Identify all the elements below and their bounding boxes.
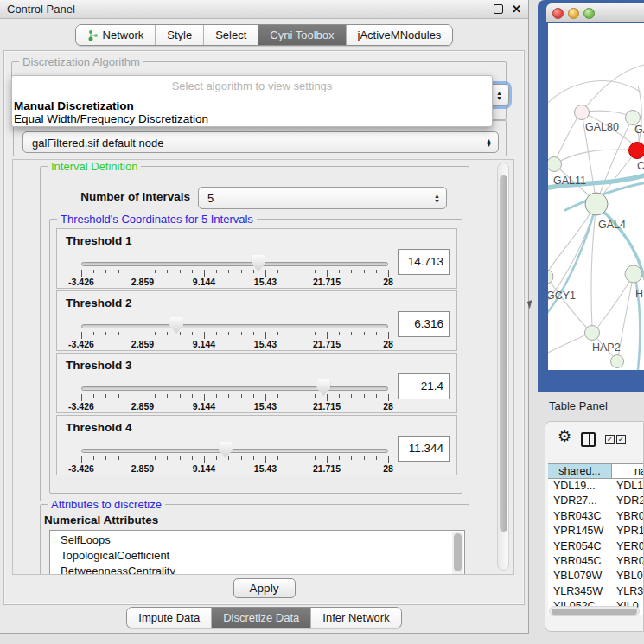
- tick-mark: [180, 270, 181, 273]
- threshold-value-field[interactable]: 11.344: [398, 436, 450, 462]
- tab-infer-network[interactable]: Infer Network: [311, 608, 400, 628]
- tick-mark: [253, 332, 254, 335]
- tab-style[interactable]: Style: [156, 25, 204, 45]
- horizontal-scrollbar[interactable]: [549, 606, 640, 616]
- network-node[interactable]: [625, 265, 642, 283]
- tick-mark: [315, 456, 316, 460]
- list-scrollbar[interactable]: [452, 532, 463, 575]
- list-item[interactable]: SelfLoops: [50, 532, 464, 548]
- threshold-value-field[interactable]: 21.4: [398, 373, 450, 399]
- tab-discretize-data[interactable]: Discretize Data: [212, 608, 311, 628]
- dropdown-option-manual-discretization[interactable]: Manual Discretization: [14, 99, 490, 112]
- zoom-traffic-light-icon[interactable]: [583, 8, 595, 19]
- threshold-panel-2: Threshold 2-3.4262.8599.14415.4321.71528…: [56, 290, 457, 351]
- column-layout-icon[interactable]: [581, 432, 596, 447]
- tick-mark: [105, 456, 106, 460]
- vertical-scrollbar-thumb[interactable]: [500, 175, 507, 532]
- network-icon: [87, 29, 99, 41]
- horizontal-scrollbar-thumb[interactable]: [552, 609, 637, 615]
- table-row[interactable]: YDR27...YDR2: [548, 494, 644, 508]
- tick-mark: [105, 394, 106, 398]
- network-node[interactable]: [626, 111, 641, 125]
- number-of-intervals-value: 5: [207, 192, 214, 205]
- tick-mark: [339, 456, 340, 460]
- dropdown-option-equal-width-frequency-discretization[interactable]: Equal Width/Frequency Discretization: [14, 112, 490, 125]
- threshold-slider-track[interactable]: [81, 262, 388, 266]
- node-table[interactable]: shared...na YDL19...YDL1YDR27...YDR2YBR0…: [548, 463, 644, 615]
- tick-mark: [167, 332, 168, 335]
- slider-ticks: [81, 332, 388, 340]
- tick-label: 15.43: [254, 463, 277, 474]
- tick-mark: [167, 270, 168, 273]
- tick-mark: [180, 394, 181, 398]
- threshold-value-field[interactable]: 6.316: [398, 311, 450, 337]
- threshold-slider-track[interactable]: [81, 386, 388, 391]
- tick-label: 9.144: [193, 463, 215, 474]
- table-row[interactable]: YBR043CYBR0: [548, 509, 644, 524]
- threshold-slider-handle[interactable]: [316, 379, 330, 396]
- network-edge: [554, 116, 578, 164]
- tick-label: 28: [383, 401, 393, 411]
- network-node[interactable]: [548, 157, 562, 172]
- network-node-label: GAL11: [553, 175, 586, 187]
- network-window-titlebar[interactable]: [546, 3, 644, 22]
- network-node[interactable]: [575, 105, 590, 120]
- list-item[interactable]: TopologicalCoefficient: [50, 548, 464, 564]
- checkbox-icon[interactable]: ✓: [605, 435, 615, 444]
- network-node[interactable]: [611, 355, 624, 368]
- table-row[interactable]: YDL19...YDL1: [548, 479, 644, 494]
- tick-mark: [265, 456, 266, 463]
- list-scrollbar-thumb[interactable]: [454, 533, 462, 571]
- tick-mark: [277, 332, 278, 335]
- float-panel-icon[interactable]: [494, 4, 503, 14]
- tick-label: 15.43: [254, 277, 277, 287]
- vertical-scrollbar[interactable]: [497, 163, 509, 571]
- tick-mark: [155, 270, 156, 273]
- network-node[interactable]: [548, 270, 553, 284]
- tab-network[interactable]: Network: [76, 25, 156, 45]
- tick-mark: [364, 394, 365, 398]
- tick-mark: [290, 270, 290, 273]
- threshold-slider-track[interactable]: [81, 449, 388, 453]
- number-of-intervals-spinner[interactable]: 5: [198, 187, 447, 209]
- tab-select[interactable]: Select: [204, 25, 258, 45]
- tab-impute-data[interactable]: Impute Data: [127, 608, 212, 628]
- network-node[interactable]: [585, 193, 608, 215]
- numerical-attributes-list[interactable]: SelfLoopsTopologicalCoefficientBetweenne…: [49, 530, 465, 575]
- tick-mark: [241, 394, 242, 398]
- threshold-slider-handle[interactable]: [219, 442, 233, 458]
- table-row[interactable]: YBR045CYBR0: [548, 554, 644, 569]
- column-header-name[interactable]: na: [612, 464, 644, 478]
- minimize-traffic-light-icon[interactable]: [568, 8, 579, 19]
- tick-mark: [303, 270, 303, 273]
- bottom-tab-segment: Impute DataDiscretize DataInfer Network: [126, 607, 401, 628]
- list-item[interactable]: BetweennessCentrality: [50, 564, 464, 575]
- network-node-label: GCY1: [548, 290, 576, 302]
- tick-mark: [277, 270, 278, 273]
- tick-mark: [339, 270, 340, 273]
- tab-cyni-toolbox[interactable]: Cyni Toolbox: [258, 25, 346, 45]
- threshold-slider-handle[interactable]: [169, 317, 183, 334]
- table-row[interactable]: YER054CYER0: [548, 539, 644, 554]
- table-row[interactable]: YBL079WYBL0: [548, 569, 644, 583]
- threshold-slider-track[interactable]: [81, 324, 388, 328]
- table-row[interactable]: YPR145WYPR1: [548, 524, 644, 539]
- close-traffic-light-icon[interactable]: [552, 8, 564, 19]
- table-data-combobox[interactable]: galFiltered.sif default node: [22, 131, 499, 153]
- column-header-shared-name[interactable]: shared...: [548, 464, 612, 478]
- tab-jactivemnodules[interactable]: jActiveMNodules: [347, 25, 453, 45]
- close-panel-icon[interactable]: ✕: [512, 4, 521, 14]
- checkbox-icon[interactable]: ✓: [616, 435, 626, 444]
- network-canvas[interactable]: GAL80GACGAL11GAL4GCY1HHAP2: [548, 23, 644, 370]
- gear-icon[interactable]: ⚙: [558, 427, 571, 446]
- apply-button[interactable]: Apply: [233, 578, 296, 598]
- tick-mark: [327, 270, 328, 277]
- settings-scrollpane: Interval Definition Number of Intervals …: [12, 159, 514, 575]
- table-row[interactable]: YLR345WYLR3: [548, 584, 644, 599]
- network-node[interactable]: [629, 143, 644, 159]
- threshold-slider-handle[interactable]: [252, 255, 265, 271]
- tick-mark: [118, 270, 119, 273]
- network-node[interactable]: [585, 326, 600, 341]
- threshold-value-field[interactable]: 14.713: [398, 249, 450, 275]
- tick-mark: [216, 394, 217, 398]
